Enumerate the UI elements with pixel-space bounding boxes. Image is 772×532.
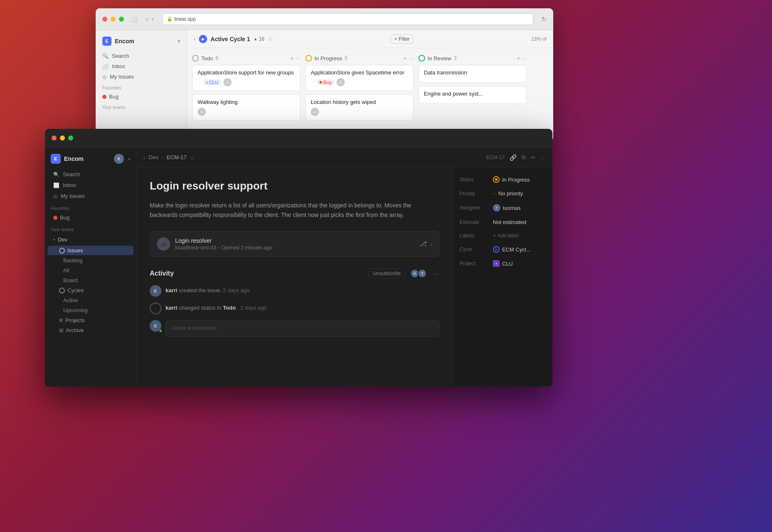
- copy-icon[interactable]: ⧉: [522, 154, 526, 161]
- card-avatar: u: [223, 78, 232, 86]
- address-bar[interactable]: 🔒 linear.app: [162, 13, 533, 25]
- estimate-value[interactable]: Not estimated: [493, 219, 526, 225]
- my-issues-icon: ◎: [102, 74, 106, 80]
- labels-value[interactable]: + Add label: [493, 233, 518, 239]
- user-chevron-icon[interactable]: ▾: [128, 157, 130, 161]
- card-todo-1[interactable]: ApplicationStore support for new groups …: [192, 65, 300, 91]
- all-label: All: [63, 267, 69, 273]
- bg-myissues-item[interactable]: ◎ My issues: [96, 71, 187, 82]
- main-minimize-button[interactable]: [60, 135, 65, 140]
- bg-back-icon[interactable]: ‹: [194, 36, 195, 42]
- pr-card[interactable]: ⚫ Login resolver ksaa/linear-test #3 – O…: [150, 231, 439, 257]
- more-icon[interactable]: ···: [522, 55, 527, 62]
- bg-inbox-item[interactable]: ⬜ Inbox: [96, 61, 187, 71]
- project-value[interactable]: ▪ CLU: [493, 260, 513, 267]
- dark-upcoming-item[interactable]: Upcoming: [47, 305, 134, 315]
- card-meta: ··· Bug u: [311, 78, 408, 86]
- prop-assignee: Assignee T tuomas: [460, 204, 546, 212]
- favorite-star-icon[interactable]: ☆: [190, 154, 195, 161]
- fullscreen-button[interactable]: [119, 17, 124, 22]
- dark-issues-item[interactable]: Issues: [47, 246, 134, 255]
- add-label-button[interactable]: + Add label: [493, 233, 518, 239]
- minimize-button[interactable]: [111, 17, 116, 22]
- act-avatar-karri: K: [150, 285, 161, 297]
- col-inreview-actions[interactable]: + ···: [517, 55, 527, 62]
- activity-more-icon[interactable]: ···: [434, 270, 439, 277]
- add-label-text: Add label: [497, 233, 518, 239]
- card-todo-2[interactable]: Walkway lighting u: [192, 94, 300, 121]
- card-ip-2[interactable]: Location history gets wiped u: [305, 94, 413, 121]
- priority-text: No priority: [498, 190, 523, 197]
- star-icon[interactable]: ☆: [268, 36, 273, 42]
- dark-board-item[interactable]: Board: [47, 276, 134, 285]
- priority-value[interactable]: ··· No priority: [493, 190, 523, 197]
- dark-team-header[interactable]: ▾ Dev: [47, 234, 134, 245]
- card-meta: ··· ▪ CLU u: [198, 78, 295, 86]
- dark-myissues-item[interactable]: ◎ My issues: [47, 191, 134, 201]
- forward-icon[interactable]: ›: [151, 15, 153, 23]
- link-icon[interactable]: 🔗: [510, 154, 517, 161]
- bg-search-item[interactable]: 🔍 Search: [96, 51, 187, 61]
- close-button[interactable]: [102, 17, 107, 22]
- filter-button[interactable]: + Filter: [391, 34, 413, 44]
- breadcrumb-issue-id: ECM-17: [167, 154, 187, 160]
- main-close-button[interactable]: [52, 135, 57, 140]
- card-ip-1[interactable]: ApplicationStore gives Spacetime error ·…: [305, 65, 413, 91]
- add-icon[interactable]: +: [517, 55, 520, 62]
- cycle-count-text: 16: [259, 36, 264, 42]
- pr-chevron-icon[interactable]: ›: [430, 241, 432, 247]
- dark-archive-item[interactable]: ▤ Archive: [47, 325, 134, 335]
- more-icon[interactable]: ···: [541, 154, 546, 161]
- card-tag: ▪ CLU: [204, 79, 221, 85]
- activity-section: Activity Unsubscribe K T ··· K karri: [150, 268, 439, 337]
- bg-app-header: E Encom ▾: [96, 35, 187, 51]
- dark-projects-item[interactable]: ⊞ Projects: [47, 315, 134, 325]
- dark-inbox-label: Inbox: [63, 182, 76, 188]
- act-user-2: karri: [166, 305, 177, 311]
- add-icon[interactable]: +: [290, 55, 294, 62]
- unsubscribe-button[interactable]: Unsubscribe: [369, 268, 406, 278]
- col-todo-actions[interactable]: + ···: [290, 55, 300, 62]
- col-inprogress-actions[interactable]: + ···: [403, 55, 413, 62]
- cycle-text: ECM Cycl...: [502, 246, 531, 253]
- comment-input[interactable]: Leave a comment...: [166, 320, 439, 337]
- pr-meta: ksaa/linear-test #3 – Opened 2 minutes a…: [175, 245, 414, 251]
- dark-search-item[interactable]: 🔍 Search: [47, 169, 134, 180]
- dark-all-item[interactable]: All: [47, 266, 134, 275]
- cycle-value[interactable]: ▶ ECM Cycl...: [493, 246, 531, 253]
- properties-sidebar: Status In Progress Priority ··· No pri: [453, 168, 552, 387]
- edit-icon[interactable]: ✏: [531, 154, 536, 161]
- cycle-label: Cycle: [460, 246, 493, 252]
- main-fullscreen-button[interactable]: [68, 135, 73, 140]
- bg-inbox-label: Inbox: [112, 63, 125, 69]
- act-dot: .: [238, 305, 240, 311]
- dark-bug-label: Bug: [60, 214, 69, 221]
- bg-bug-favorite[interactable]: Bug: [96, 92, 187, 101]
- more-icon[interactable]: ···: [295, 55, 300, 62]
- card-ir-1[interactable]: Data transmission: [418, 65, 527, 83]
- pr-title: Login resolver: [175, 237, 414, 244]
- header-back-icon[interactable]: ‹: [143, 154, 145, 161]
- dark-active-item[interactable]: Active: [47, 296, 134, 305]
- more-icon[interactable]: ···: [408, 55, 413, 62]
- dark-bug-favorite[interactable]: Bug: [47, 213, 134, 222]
- card-ir-2[interactable]: Engine and power syst...: [418, 86, 527, 104]
- add-icon[interactable]: +: [403, 55, 407, 62]
- dark-backlog-item[interactable]: Backlog: [47, 256, 134, 265]
- prop-labels: Labels + Add label: [460, 233, 546, 239]
- act-time-2: 2 days ago: [240, 305, 267, 311]
- status-badge-icon: [493, 176, 500, 183]
- back-icon[interactable]: ‹: [146, 15, 148, 23]
- dark-cycles-item[interactable]: Cycles: [47, 286, 134, 295]
- assignee-value[interactable]: T tuomas: [493, 204, 521, 212]
- pr-info: Login resolver ksaa/linear-test #3 – Ope…: [175, 237, 414, 251]
- status-value[interactable]: In Progress: [493, 176, 530, 183]
- refresh-icon[interactable]: ↻: [542, 16, 547, 22]
- bg-app-icon: E: [102, 37, 111, 46]
- estimate-text: Not estimated: [493, 219, 526, 225]
- dark-app-name: Encom: [64, 155, 111, 162]
- dark-user-avatar[interactable]: K: [114, 154, 124, 164]
- sidebar-toggle-icon[interactable]: ⬜: [131, 16, 138, 22]
- plus-icon: +: [493, 233, 496, 239]
- dark-inbox-item[interactable]: ⬜ Inbox: [47, 180, 134, 190]
